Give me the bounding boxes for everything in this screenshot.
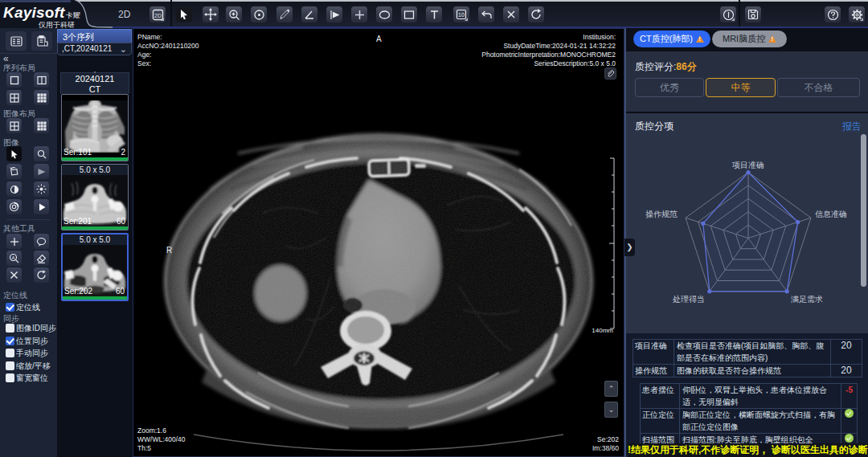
svg-text:A: A — [11, 255, 14, 260]
svg-text:10: 10 — [458, 12, 465, 18]
svg-text:2D: 2D — [154, 12, 162, 18]
